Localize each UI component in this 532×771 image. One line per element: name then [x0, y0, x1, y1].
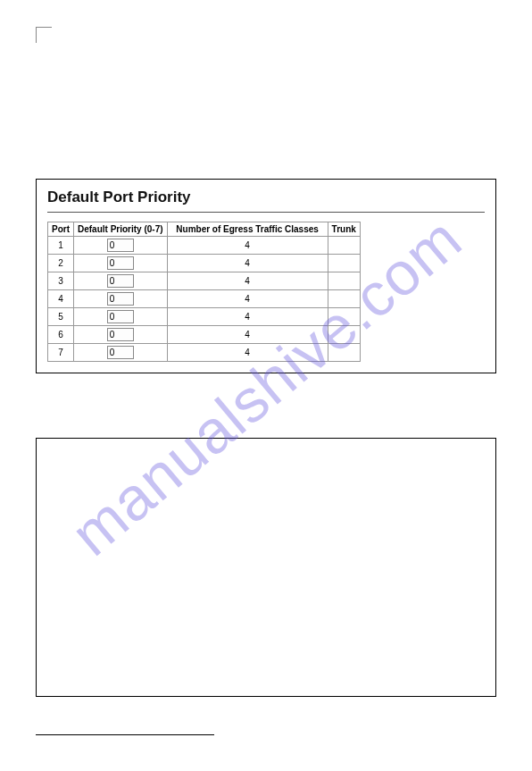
cell-port: 3 [48, 272, 74, 290]
cell-priority [74, 255, 168, 272]
priority-input[interactable] [107, 292, 134, 306]
header-egress: Number of Egress Traffic Classes [167, 222, 328, 237]
footer-rule [36, 734, 214, 735]
cell-priority [74, 308, 168, 326]
header-priority: Default Priority (0-7) [74, 222, 168, 237]
cell-port: 5 [48, 308, 74, 326]
table-row: 24 [48, 255, 361, 272]
table-row: 64 [48, 326, 361, 344]
figure-title: Default Port Priority [47, 189, 485, 206]
priority-input[interactable] [107, 239, 134, 252]
cell-trunk [328, 344, 360, 362]
cell-trunk [328, 326, 360, 344]
priority-input[interactable] [107, 328, 134, 341]
title-divider [47, 212, 485, 213]
table-row: 14 [48, 237, 361, 255]
table-row: 74 [48, 344, 361, 362]
cell-priority [74, 237, 168, 255]
priority-input[interactable] [107, 346, 134, 359]
cell-port: 2 [48, 255, 74, 272]
cell-egress: 4 [167, 255, 328, 272]
cell-trunk [328, 272, 360, 290]
table-row: 34 [48, 272, 361, 290]
priority-input[interactable] [107, 310, 134, 323]
cell-port: 7 [48, 344, 74, 362]
cell-trunk [328, 237, 360, 255]
header-port: Port [48, 222, 74, 237]
cell-port: 6 [48, 326, 74, 344]
crop-mark [36, 27, 52, 43]
priority-input[interactable] [107, 256, 134, 270]
figure-container: Default Port Priority Port Default Prior… [36, 179, 496, 373]
cell-egress: 4 [167, 272, 328, 290]
header-trunk: Trunk [328, 222, 360, 237]
table-header-row: Port Default Priority (0-7) Number of Eg… [48, 222, 361, 237]
cell-egress: 4 [167, 290, 328, 308]
cell-trunk [328, 290, 360, 308]
cell-trunk [328, 308, 360, 326]
cell-priority [74, 326, 168, 344]
table-row: 44 [48, 290, 361, 308]
cell-priority [74, 290, 168, 308]
cell-trunk [328, 255, 360, 272]
priority-input[interactable] [107, 274, 134, 288]
cell-egress: 4 [167, 344, 328, 362]
cell-egress: 4 [167, 308, 328, 326]
cell-egress: 4 [167, 237, 328, 255]
cell-port: 1 [48, 237, 74, 255]
port-priority-table: Port Default Priority (0-7) Number of Eg… [47, 222, 361, 362]
code-block-placeholder [36, 438, 496, 697]
cell-priority [74, 272, 168, 290]
cell-egress: 4 [167, 326, 328, 344]
cell-port: 4 [48, 290, 74, 308]
table-row: 54 [48, 308, 361, 326]
cell-priority [74, 344, 168, 362]
